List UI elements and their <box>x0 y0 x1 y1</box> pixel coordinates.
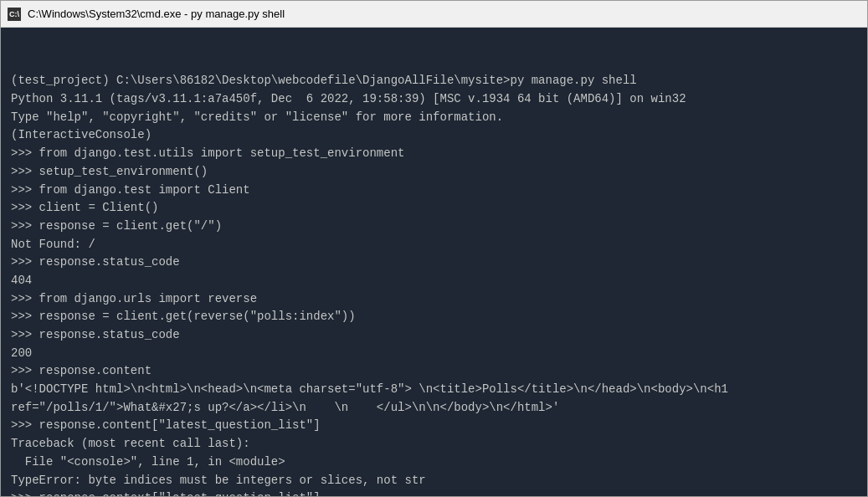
terminal-line: >>> response = client.get("/") <box>11 218 857 236</box>
terminal-line: (test_project) C:\Users\86182\Desktop\we… <box>11 72 857 90</box>
terminal-line: (InteractiveConsole) <box>11 126 857 145</box>
terminal-line: b'<!DOCTYPE html>\n<html>\n<head>\n<meta… <box>11 381 857 399</box>
terminal-line: File "<console>", line 1, in <module> <box>11 453 857 472</box>
terminal-line: >>> response.status_code <box>11 254 857 272</box>
terminal-line: 404 <box>11 272 857 290</box>
terminal-line: >>> client = Client() <box>11 199 857 218</box>
terminal-line: Not Found: / <box>11 236 857 254</box>
terminal-line: Python 3.11.1 (tags/v3.11.1:a7a450f, Dec… <box>11 90 857 109</box>
terminal-line: >>> from django.test.utils import setup_… <box>11 145 857 163</box>
cmd-icon: C:\ <box>8 8 21 21</box>
title-bar-text: C:\Windows\System32\cmd.exe - py manage.… <box>28 8 285 20</box>
cmd-window: C:\ C:\Windows\System32\cmd.exe - py man… <box>0 0 868 497</box>
terminal-line: >>> response.content <box>11 362 857 381</box>
terminal-line: Traceback (most recent call last): <box>11 435 857 453</box>
terminal-line: >>> from django.test import Client <box>11 182 857 200</box>
terminal-line: 200 <box>11 345 857 363</box>
title-bar: C:\ C:\Windows\System32\cmd.exe - py man… <box>1 1 867 28</box>
terminal-line: >>> response = client.get(reverse("polls… <box>11 308 857 326</box>
terminal-line: >>> response.content["latest_question_li… <box>11 417 857 435</box>
terminal-line: >>> response.context["latest_question_li… <box>11 489 857 496</box>
terminal-line: >>> setup_test_environment() <box>11 163 857 182</box>
terminal-line: >>> from django.urls import reverse <box>11 290 857 309</box>
terminal-line: Type "help", "copyright", "credits" or "… <box>11 109 857 127</box>
terminal-output[interactable]: (test_project) C:\Users\86182\Desktop\we… <box>1 28 867 496</box>
terminal-line: >>> response.status_code <box>11 326 857 345</box>
terminal-line: TypeError: byte indices must be integers… <box>11 472 857 490</box>
terminal-line: ref="/polls/1/">What&#x27;s up?</a></li>… <box>11 399 857 418</box>
